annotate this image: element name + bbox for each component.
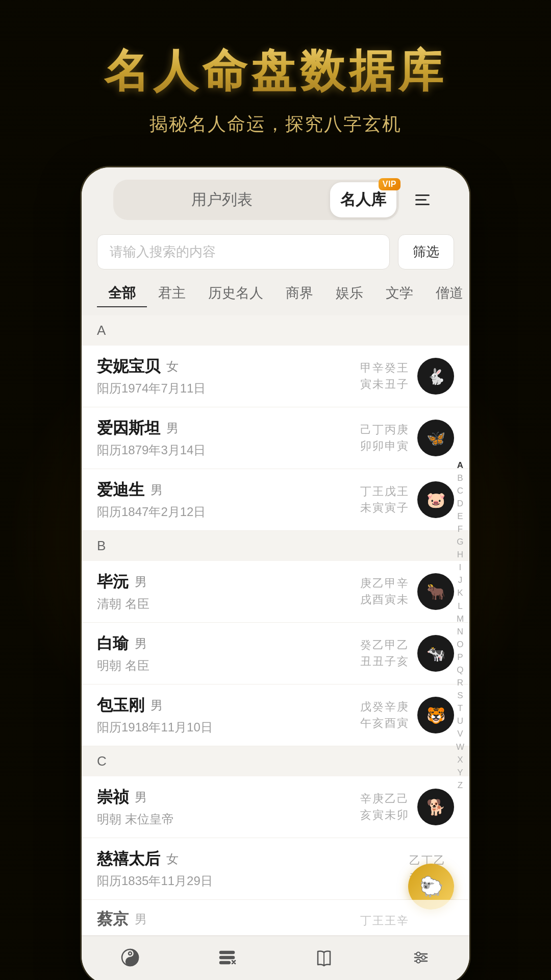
svg-rect-3: [220, 951, 234, 953]
avatar-annie: 🐇: [417, 358, 454, 395]
cat-tab-entertainment[interactable]: 娱乐: [324, 280, 374, 307]
list-item-annie[interactable]: 安妮宝贝 女 阳历1974年7月11日 甲辛癸王 寅未丑子 🐇: [82, 346, 469, 407]
nav-item-list[interactable]: [179, 945, 276, 970]
item-name-annie: 安妮宝贝: [97, 356, 160, 377]
item-gender-biyuan: 男: [135, 574, 147, 590]
filter-button[interactable]: 筛选: [398, 234, 454, 270]
tab-user-list[interactable]: 用户列表: [116, 182, 328, 217]
alpha-h[interactable]: H: [454, 549, 466, 561]
alpha-v[interactable]: V: [454, 728, 466, 741]
name-row-annie: 安妮宝贝 女: [97, 356, 360, 377]
alpha-s[interactable]: S: [454, 690, 466, 702]
settings-svg: [411, 947, 431, 968]
list-area-wrapper: A 安妮宝贝 女 阳历1974年7月11日 甲辛癸王 寅未丑子 �: [82, 315, 469, 936]
item-gender-baiyu: 男: [135, 635, 147, 652]
cat-tab-business[interactable]: 商界: [274, 280, 324, 307]
tab-bar: 用户列表 名人库 VIP: [82, 167, 469, 228]
list-item-einstein[interactable]: 爱因斯坦 男 阳历1879年3月14日 己丁丙庚 卯卯申寅 🦋: [82, 407, 469, 469]
cat-tab-literature[interactable]: 文学: [374, 280, 424, 307]
alpha-q[interactable]: Q: [454, 664, 466, 676]
alpha-l[interactable]: L: [454, 600, 466, 612]
section-header-c: C: [82, 746, 469, 776]
alpha-r[interactable]: R: [454, 677, 466, 689]
alpha-i[interactable]: I: [454, 562, 466, 574]
menu-lines-icon: [415, 194, 430, 205]
bazi-row1-edison: 丁王戊王: [360, 484, 409, 499]
alpha-e[interactable]: E: [454, 510, 466, 523]
alpha-p[interactable]: P: [454, 651, 466, 664]
alpha-w[interactable]: W: [454, 741, 466, 753]
menu-line-2: [415, 199, 427, 201]
alpha-o[interactable]: O: [454, 639, 466, 651]
item-info-cixi: 慈禧太后 女 阳历1835年11月29日: [97, 848, 409, 889]
nav-item-settings[interactable]: [372, 945, 469, 970]
item-bazi-baoyu: 戊癸辛庚 午亥酉寅: [360, 699, 409, 731]
alpha-f[interactable]: F: [454, 523, 466, 535]
list-item-baiyu[interactable]: 白瑜 男 明朝 名臣 癸乙甲乙 丑丑子亥 🐄: [82, 623, 469, 684]
alpha-u[interactable]: U: [454, 716, 466, 728]
avatar-chongzhen: 🐕: [417, 789, 454, 825]
alpha-y[interactable]: Y: [454, 767, 466, 779]
bazi-row1-biyuan: 庚乙甲辛: [360, 576, 409, 591]
list-svg: [217, 947, 237, 968]
item-date-cixi: 阳历1835年11月29日: [97, 873, 409, 889]
alpha-g[interactable]: G: [454, 536, 466, 548]
alpha-x[interactable]: X: [454, 754, 466, 766]
alpha-m[interactable]: M: [454, 613, 466, 625]
item-date-baoyu: 阳历1918年11月10日: [97, 719, 360, 736]
item-bazi-edison: 丁王戊王 未寅寅子: [360, 484, 409, 516]
cat-tab-religion[interactable]: 僧道: [424, 280, 469, 307]
cat-tab-monarch[interactable]: 君主: [147, 280, 197, 307]
cat-tab-history[interactable]: 历史名人: [197, 280, 274, 307]
tab-group: 用户列表 名人库 VIP: [113, 180, 399, 220]
section-header-a: A: [82, 315, 469, 346]
svg-point-2: [129, 960, 132, 963]
alpha-a[interactable]: A: [454, 459, 466, 472]
item-date-edison: 阳历1847年2月12日: [97, 504, 360, 520]
item-date-einstein: 阳历1879年3月14日: [97, 442, 360, 458]
list-item-cixi[interactable]: 慈禧太后 女 阳历1835年11月29日 乙丁乙 未亥丑 🐑: [82, 838, 469, 900]
cat-tab-all[interactable]: 全部: [97, 280, 147, 307]
item-date-baiyu: 明朝 名臣: [97, 657, 360, 674]
list-item-chongzhen[interactable]: 崇祯 男 明朝 末位皇帝 辛庚乙己 亥寅未卯 🐕: [82, 776, 469, 838]
zodiac-cow-icon: 🐄: [427, 645, 445, 663]
zodiac-rabbit-icon: 🐇: [427, 368, 445, 385]
alpha-d[interactable]: D: [454, 498, 466, 510]
bazi-row2-edison: 未寅寅子: [360, 500, 409, 516]
bazi-row2-einstein: 卯卯申寅: [360, 438, 409, 454]
bazi-row2-baoyu: 午亥酉寅: [360, 716, 409, 731]
bazi-row1-caijing: 丁王王辛: [360, 913, 409, 928]
alpha-k[interactable]: K: [454, 587, 466, 600]
list-item-baoyu[interactable]: 包玉刚 男 阳历1918年11月10日 戊癸辛庚 午亥酉寅 🐯: [82, 684, 469, 746]
nav-item-home[interactable]: [82, 945, 179, 970]
menu-button[interactable]: [407, 185, 438, 215]
bazi-row2-biyuan: 戌酉寅未: [360, 592, 409, 607]
name-row-biyuan: 毕沅 男: [97, 571, 360, 593]
item-bazi-einstein: 己丁丙庚 卯卯申寅: [360, 422, 409, 454]
item-name-biyuan: 毕沅: [97, 571, 129, 593]
list-item-edison[interactable]: 爱迪生 男 阳历1847年2月12日 丁王戊王 未寅寅子 🐷: [82, 469, 469, 531]
alpha-t[interactable]: T: [454, 703, 466, 715]
book-svg: [314, 947, 334, 968]
item-name-edison: 爱迪生: [97, 479, 144, 501]
item-name-baiyu: 白瑜: [97, 633, 129, 654]
item-info-chongzhen: 崇祯 男 明朝 末位皇帝: [97, 787, 360, 827]
search-input-wrapper[interactable]: 请输入搜索的内容: [97, 234, 390, 270]
svg-point-1: [129, 952, 132, 955]
celebrity-list: A 安妮宝贝 女 阳历1974年7月11日 甲辛癸王 寅未丑子 �: [82, 315, 469, 936]
list-item-biyuan[interactable]: 毕沅 男 清朝 名臣 庚乙甲辛 戌酉寅未 🐂: [82, 561, 469, 623]
avatar-edison: 🐷: [417, 481, 454, 518]
item-gender-einstein: 男: [166, 420, 179, 436]
alpha-j[interactable]: J: [454, 575, 466, 587]
item-info-caijing: 蔡京 男: [97, 909, 360, 933]
alpha-z[interactable]: Z: [454, 779, 466, 792]
alpha-n[interactable]: N: [454, 626, 466, 638]
nav-item-book[interactable]: [276, 945, 372, 970]
bazi-row2-chongzhen: 亥寅未卯: [360, 807, 409, 823]
item-name-cixi: 慈禧太后: [97, 848, 160, 870]
alpha-b[interactable]: B: [454, 472, 466, 484]
list-item-caijing[interactable]: 蔡京 男 丁王王辛 🐉: [82, 900, 469, 936]
list-icon: [215, 945, 239, 970]
avatar-baoyu: 🐯: [417, 697, 454, 733]
alpha-c[interactable]: C: [454, 485, 466, 497]
